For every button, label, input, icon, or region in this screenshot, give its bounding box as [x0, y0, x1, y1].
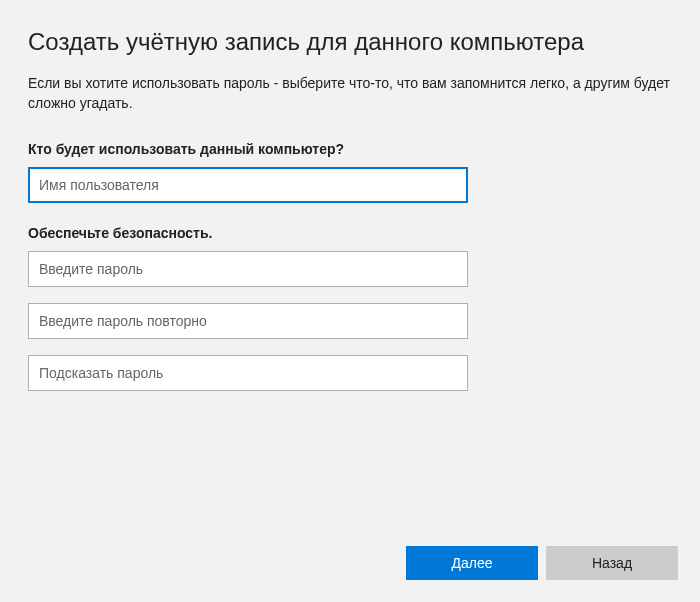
password-input[interactable]	[28, 251, 468, 287]
page-subtitle: Если вы хотите использовать пароль - выб…	[28, 74, 672, 113]
page-title: Создать учётную запись для данного компь…	[28, 28, 672, 56]
password-confirm-input[interactable]	[28, 303, 468, 339]
account-creation-form: Создать учётную запись для данного компь…	[0, 0, 700, 391]
password-hint-input[interactable]	[28, 355, 468, 391]
next-button[interactable]: Далее	[406, 546, 538, 580]
username-input[interactable]	[28, 167, 468, 203]
security-section-label: Обеспечьте безопасность.	[28, 225, 672, 241]
back-button[interactable]: Назад	[546, 546, 678, 580]
user-section-label: Кто будет использовать данный компьютер?	[28, 141, 672, 157]
footer-buttons: Далее Назад	[406, 546, 678, 580]
